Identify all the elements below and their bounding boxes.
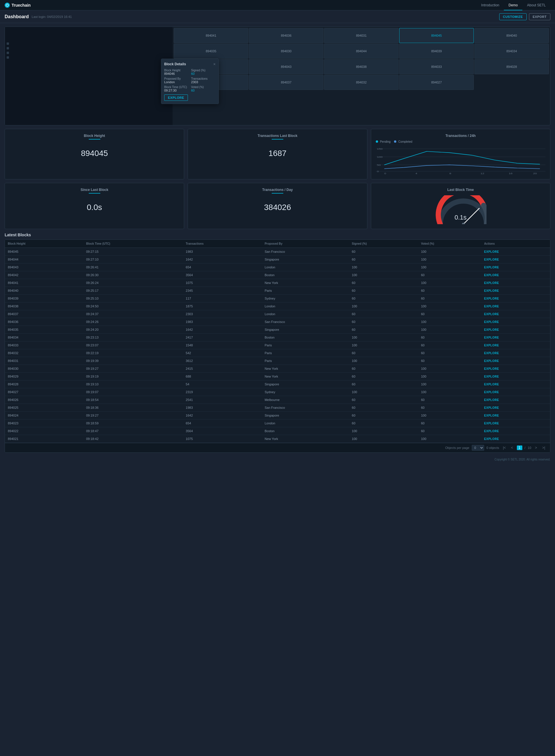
table-cell: 60 <box>418 396 481 404</box>
popup-grid: Block Height 894046 Signed (%) 60 Propos… <box>164 69 216 92</box>
subheader-actions: CUSTOMIZE EXPORT <box>499 13 550 20</box>
table-row: 89404109:26:241075New York60100EXPLORE <box>5 279 550 287</box>
block-tile[interactable]: 894045 <box>399 28 474 43</box>
last-block-time-title: Last Block Time <box>447 188 474 192</box>
table-cell: 100 <box>418 412 481 419</box>
table-cell: 894040 <box>5 287 83 295</box>
explore-link[interactable]: EXPLORE <box>484 328 499 331</box>
table-cell: 09:18:59 <box>83 419 183 427</box>
explore-link[interactable]: EXPLORE <box>484 320 499 324</box>
block-tile[interactable]: 894030 <box>249 44 324 59</box>
block-tile[interactable]: 894038 <box>324 59 399 74</box>
gauge-container: 0.1s <box>434 195 486 224</box>
pagination-first[interactable]: |< <box>502 445 507 451</box>
table-cell: 1642 <box>183 326 262 334</box>
popup-close-icon[interactable]: × <box>213 62 216 66</box>
table-cell: London <box>262 302 349 310</box>
block-tile[interactable]: 894039 <box>399 44 474 59</box>
logo: Truechain <box>5 3 31 8</box>
block-tile[interactable]: 894041 <box>174 28 248 43</box>
page-size-select[interactable]: 0 10 25 <box>472 445 484 451</box>
footer: Copyright © SETL 2020. All rights reserv… <box>0 456 555 463</box>
block-tile[interactable]: 894035 <box>174 44 248 59</box>
table-cell: 1983 <box>183 404 262 412</box>
table-cell: 2541 <box>183 396 262 404</box>
table-row: 89403109:19:393612Paris10060EXPLORE <box>5 357 550 365</box>
explore-link[interactable]: EXPLORE <box>484 351 499 355</box>
table-row: 89402609:18:542541Melbourne6060EXPLORE <box>5 396 550 404</box>
block-height-title: Block Height <box>9 134 179 140</box>
table-cell: 894039 <box>5 295 83 302</box>
explore-link[interactable]: EXPLORE <box>484 313 499 316</box>
table-row: 89404409:27:101642Singapore60100EXPLORE <box>5 256 550 264</box>
table-cell: Boston <box>262 271 349 279</box>
table-cell: 894031 <box>5 357 83 365</box>
gauge-value: 0.1s <box>455 214 467 221</box>
explore-link[interactable]: EXPLORE <box>484 250 499 253</box>
explore-link[interactable]: EXPLORE <box>484 258 499 261</box>
pagination-bar: Objects per page 0 10 25 0 objects |< < … <box>5 443 550 453</box>
explore-link[interactable]: EXPLORE <box>484 437 499 440</box>
svg-text:0: 0 <box>377 171 379 173</box>
explore-link[interactable]: EXPLORE <box>484 274 499 277</box>
col-block-height: Block Height <box>5 240 83 248</box>
block-tile[interactable]: 894040 <box>474 28 549 43</box>
explore-link[interactable]: EXPLORE <box>484 367 499 370</box>
table-cell: 60 <box>418 341 481 349</box>
explore-link[interactable]: EXPLORE <box>484 430 499 433</box>
pagination-prev[interactable]: < <box>510 445 515 451</box>
block-tile[interactable]: 894037 <box>249 75 324 90</box>
explore-link[interactable]: EXPLORE <box>484 336 499 339</box>
explore-link[interactable]: EXPLORE <box>484 289 499 292</box>
explore-link[interactable]: EXPLORE <box>484 266 499 269</box>
block-tile[interactable]: 894043 <box>249 59 324 74</box>
svg-text:150: 150 <box>377 148 383 150</box>
block-tile[interactable]: 894034 <box>474 44 549 59</box>
table-cell: 60 <box>349 404 418 412</box>
table-cell: 894034 <box>5 334 83 341</box>
explore-link[interactable]: EXPLORE <box>484 297 499 300</box>
stats-row-2: Since Last Block 0.0s Transactions / Day… <box>5 183 550 229</box>
explore-link[interactable]: EXPLORE <box>484 414 499 417</box>
explore-link[interactable]: EXPLORE <box>484 305 499 308</box>
explore-link[interactable]: EXPLORE <box>484 398 499 401</box>
pagination-page-1[interactable]: 1 <box>517 445 522 450</box>
block-tile[interactable]: 894031 <box>324 28 399 43</box>
table-cell: 542 <box>183 349 262 357</box>
table-cell: 100 <box>349 334 418 341</box>
explore-link[interactable]: EXPLORE <box>484 359 499 363</box>
pagination-last[interactable]: >| <box>541 445 547 451</box>
explore-link[interactable]: EXPLORE <box>484 344 499 347</box>
table-cell: San Francisco <box>262 318 349 326</box>
nav-introduction[interactable]: Introduction <box>477 0 504 10</box>
block-tile[interactable]: 894033 <box>399 59 474 74</box>
latest-blocks-table: Block Height Block Time (UTC) Transactio… <box>5 240 550 443</box>
export-button[interactable]: EXPORT <box>529 13 550 20</box>
table-row: 89402809:19:1054Singapore60100EXPLORE <box>5 380 550 388</box>
block-tile[interactable]: 894036 <box>249 28 324 43</box>
table-cell: 60 <box>349 295 418 302</box>
tx-per-day-value: 384026 <box>193 197 362 218</box>
block-grid-section: Block Details × Block Height 894046 Sign… <box>5 27 550 125</box>
popup-voted-value: 60 <box>191 89 216 92</box>
explore-link[interactable]: EXPLORE <box>484 375 499 378</box>
explore-link[interactable]: EXPLORE <box>484 422 499 425</box>
nav-about[interactable]: About SETL <box>522 0 550 10</box>
block-tile[interactable]: 894028 <box>474 59 549 74</box>
explore-link[interactable]: EXPLORE <box>484 383 499 386</box>
block-tile[interactable]: 894032 <box>324 75 399 90</box>
block-tile[interactable]: 894044 <box>324 44 399 59</box>
table-cell: 100 <box>418 326 481 334</box>
explore-link[interactable]: EXPLORE <box>484 390 499 394</box>
col-block-time: Block Time (UTC) <box>83 240 183 248</box>
table-cell: 1983 <box>183 318 262 326</box>
last-login-meta: Last login: 04/02/2019 16:41 <box>32 15 72 18</box>
nav-demo[interactable]: Demo <box>504 0 522 10</box>
explore-link[interactable]: EXPLORE <box>484 406 499 409</box>
customize-button[interactable]: CUSTOMIZE <box>499 13 527 20</box>
explore-link[interactable]: EXPLORE <box>484 281 499 285</box>
table-row: 89402409:19:271642Singapore60100EXPLORE <box>5 412 550 419</box>
pagination-next[interactable]: > <box>533 445 539 451</box>
popup-explore-button[interactable]: EXPLORE <box>164 94 188 101</box>
block-tile[interactable]: 894027 <box>399 75 474 90</box>
